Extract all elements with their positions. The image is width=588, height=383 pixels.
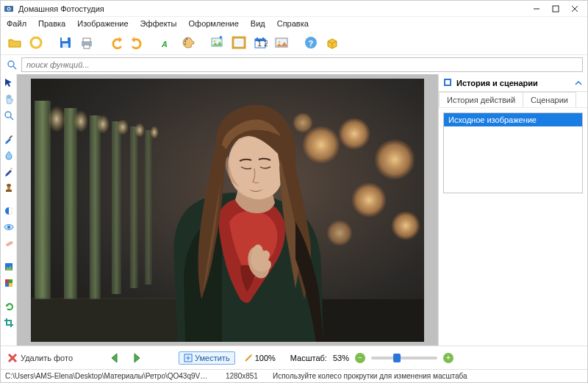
svg-point-20 (214, 40, 216, 42)
svg-point-2 (8, 7, 10, 10)
svg-point-8 (31, 37, 41, 48)
menu-design[interactable]: Оформление (186, 18, 242, 29)
svg-rect-53 (112, 121, 121, 294)
right-panel: История и сценарии История действий Сцен… (438, 74, 587, 346)
svg-rect-47 (5, 283, 9, 287)
window-minimize-button[interactable] (527, 1, 546, 16)
svg-rect-48 (9, 283, 12, 287)
redeye-tool[interactable] (3, 221, 15, 233)
fit-button[interactable]: Уместить (179, 351, 235, 365)
zoom-in-button[interactable]: + (443, 353, 453, 363)
svg-line-33 (13, 66, 16, 69)
menu-edit[interactable]: Правка (35, 18, 68, 29)
zoom-out-button[interactable]: − (355, 353, 365, 363)
svg-point-39 (7, 184, 11, 187)
undo-button[interactable] (107, 33, 126, 52)
adjust-tool[interactable] (3, 205, 15, 217)
levels-tool[interactable] (3, 261, 15, 273)
main-area: История и сценарии История действий Сцен… (1, 74, 587, 346)
bottom-toolbar: Удалить фото Уместить 100% Масштаб: 53% … (1, 346, 587, 369)
menu-help[interactable]: Справка (274, 18, 312, 29)
photo-canvas[interactable] (31, 79, 424, 342)
rotate-tool[interactable] (3, 301, 15, 312)
search-icon (5, 58, 18, 71)
brush-tool[interactable] (3, 133, 15, 145)
svg-point-66 (391, 211, 420, 240)
stamp-tool[interactable] (3, 182, 15, 193)
history-icon (443, 78, 453, 88)
frame-button[interactable] (229, 33, 248, 52)
crop-tool[interactable] (3, 317, 15, 329)
main-toolbar: A 1 2 ? (1, 30, 587, 55)
open-button[interactable] (5, 33, 24, 52)
pencil-tool[interactable] (3, 165, 15, 177)
svg-rect-13 (83, 38, 90, 42)
text-button[interactable]: A (157, 33, 176, 52)
help-button[interactable]: ? (301, 33, 320, 52)
next-photo-button[interactable] (129, 350, 145, 366)
svg-rect-54 (130, 126, 138, 288)
tab-history[interactable]: История действий (439, 92, 523, 107)
history-list[interactable]: Исходное изображение (443, 112, 583, 193)
blur-tool[interactable] (3, 149, 15, 161)
hundred-label: 100% (255, 354, 276, 362)
svg-rect-4 (553, 6, 559, 12)
menu-view[interactable]: Вид (248, 18, 268, 29)
redo-button[interactable] (128, 33, 147, 52)
svg-rect-11 (62, 43, 68, 48)
svg-point-78 (251, 354, 252, 356)
hundred-percent-button[interactable]: 100% (241, 352, 279, 364)
window-maximize-button[interactable] (546, 1, 565, 16)
svg-rect-45 (5, 279, 9, 283)
svg-point-32 (8, 61, 14, 67)
menu-file[interactable]: Файл (4, 18, 29, 29)
right-panel-header: История и сценарии (439, 74, 587, 92)
scale-value: 53% (333, 354, 349, 362)
right-panel-title: История и сценарии (456, 79, 538, 87)
svg-rect-14 (84, 45, 90, 49)
prev-photo-button[interactable] (107, 350, 123, 366)
arrow-tool[interactable] (3, 77, 15, 89)
window-close-button[interactable] (565, 1, 584, 16)
status-bar: C:\Users\AMS-Elena\Desktop\Материалы\Рет… (1, 369, 587, 382)
svg-rect-51 (64, 108, 77, 307)
svg-text:?: ? (309, 39, 314, 48)
svg-point-61 (150, 126, 159, 139)
svg-rect-70 (31, 298, 193, 342)
calendar-button[interactable]: 1 2 (251, 33, 270, 52)
zoom-slider-thumb[interactable] (393, 354, 401, 362)
channels-tool[interactable] (3, 277, 15, 289)
svg-point-60 (135, 123, 145, 137)
wand-icon (244, 354, 253, 362)
delete-photo-button[interactable]: Удалить фото (7, 352, 73, 364)
save-button[interactable] (56, 33, 75, 52)
heal-tool[interactable] (3, 237, 15, 249)
canvas-area[interactable] (17, 74, 438, 346)
hand-tool[interactable] (3, 93, 15, 105)
menu-image[interactable]: Изображение (74, 18, 131, 29)
svg-point-34 (5, 112, 11, 118)
svg-point-42 (7, 226, 10, 229)
fit-icon (184, 354, 193, 362)
menubar: Файл Правка Изображение Эффекты Оформлен… (1, 17, 587, 30)
palette-button[interactable] (179, 33, 198, 52)
zoom-tool[interactable] (3, 110, 15, 121)
insert-image-button[interactable] (208, 33, 227, 52)
print-button[interactable] (77, 33, 96, 52)
menu-effects[interactable]: Эффекты (137, 18, 180, 29)
svg-text:A: A (161, 40, 168, 49)
search-input[interactable] (21, 57, 583, 72)
box-button[interactable] (323, 33, 342, 52)
svg-rect-10 (62, 37, 68, 41)
history-item-original[interactable]: Исходное изображение (444, 113, 582, 126)
app-icon (4, 4, 14, 14)
zoom-slider[interactable] (371, 357, 437, 359)
status-dimensions: 1280x851 (226, 372, 258, 380)
svg-line-35 (10, 117, 13, 120)
collage-button[interactable] (272, 33, 291, 52)
fit-label: Уместить (195, 354, 230, 362)
process-button[interactable] (26, 33, 46, 52)
svg-point-58 (96, 115, 110, 134)
tab-scenarios[interactable]: Сценарии (523, 92, 576, 107)
collapse-icon[interactable] (574, 79, 583, 87)
